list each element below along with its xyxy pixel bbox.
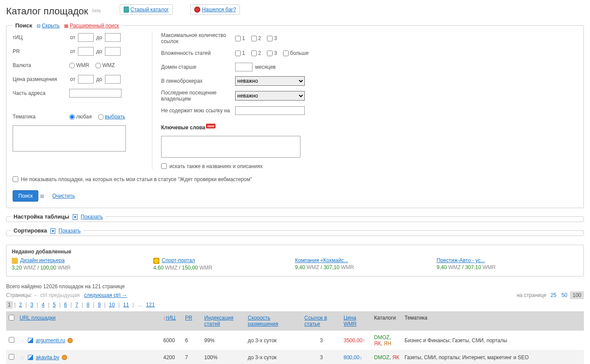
bug-report-button[interactable]: Нашелся баг?	[190, 4, 240, 15]
recent-item: Спорт-портал 4,60 WMZ / 150,00 WMR	[153, 257, 295, 271]
col-speed[interactable]: Скорость размещения	[248, 315, 278, 327]
recent-item-link[interactable]: Дизайн интерьера	[20, 257, 64, 263]
page-number[interactable]: 7	[74, 301, 80, 309]
linkbrokers-select[interactable]: неважно	[235, 76, 305, 86]
page-number[interactable]: 3	[29, 301, 35, 309]
nesting-2[interactable]: 2	[251, 50, 261, 56]
no-my-link-input[interactable]	[235, 106, 305, 115]
from-label: от	[69, 34, 76, 40]
recent-item-link[interactable]: Компания «Кохмайс...	[295, 257, 348, 263]
nesting-more[interactable]: больше	[283, 50, 309, 56]
max-links-label: Максимальное количество ссылок	[161, 32, 235, 44]
cell-speed: до 3-х суток	[245, 350, 302, 364]
search-also-checkbox[interactable]	[161, 163, 167, 169]
col-catalogs: Каталоги	[371, 311, 402, 331]
page-number[interactable]: 5	[51, 301, 57, 309]
cell-pr: 6	[182, 330, 202, 350]
site-url-link[interactable]: akavita.by	[36, 354, 59, 361]
pr-from-input[interactable]	[78, 47, 94, 56]
url-part-input[interactable]	[69, 89, 121, 98]
next-page[interactable]: следующая ctrl →	[84, 292, 127, 298]
nesting-label: Вложенность статей	[161, 50, 235, 56]
old-catalog-button[interactable]: Старый каталог	[120, 4, 173, 15]
col-url[interactable]: URL площадки	[20, 315, 56, 321]
tic-to-input[interactable]	[105, 33, 121, 42]
col-indexing[interactable]: Индексация статей	[204, 315, 233, 327]
currency-label: Валюта	[13, 62, 69, 68]
expand-icon[interactable]: ▾	[51, 228, 55, 234]
old-catalog-link[interactable]: Старый каталог	[131, 7, 169, 13]
bug-report-link[interactable]: Нашелся баг?	[202, 7, 236, 13]
advanced-icon: ▦	[64, 23, 68, 28]
currency-wmr-radio[interactable]: WMR	[69, 62, 89, 68]
months-label: месяцев	[254, 64, 276, 70]
sorting-show[interactable]: Показать	[58, 228, 81, 234]
recent-item-link[interactable]: Престиж-Авто - ус...	[437, 257, 485, 263]
tic-from-input[interactable]	[78, 33, 94, 42]
select-all-checkbox[interactable]	[9, 315, 14, 320]
domain-age-label: Домен старше	[161, 64, 235, 70]
collapse-icon: ⊟	[37, 23, 40, 28]
col-links[interactable]: Ссылок в статье	[304, 315, 327, 327]
page-number[interactable]: 4	[40, 301, 46, 309]
cell-catalogs: DMOZ, ЯК	[371, 350, 402, 364]
site-url-link[interactable]: argumenti.ru	[36, 337, 65, 344]
topic-any-radio[interactable]: любая	[69, 114, 92, 120]
table-settings-show[interactable]: Показать	[81, 214, 103, 220]
hide-pending-checkbox[interactable]	[13, 176, 18, 182]
recent-item: Компания «Кохмайс... 9,40 WMZ / 307,10 W…	[295, 257, 437, 271]
cell-topics: Газеты, СМИ, порталы; Интернет, маркетин…	[402, 350, 584, 364]
perpage-option[interactable]: 25	[550, 292, 556, 298]
star-icon[interactable]: ☆	[20, 337, 25, 344]
advanced-search-link[interactable]: Расширенный поиск	[70, 23, 119, 29]
pr-label: PR	[13, 48, 69, 54]
page-number[interactable]: 2	[17, 301, 24, 309]
nesting-3[interactable]: 3	[267, 50, 277, 56]
row-checkbox[interactable]	[9, 354, 14, 360]
price-to-input[interactable]	[105, 75, 121, 84]
col-price[interactable]: Цена WMR	[344, 315, 357, 327]
col-tic[interactable]: тИЦ	[165, 315, 175, 321]
linkbrokers-label: В линкоброкерах	[161, 78, 235, 84]
clear-link[interactable]: Очистить	[52, 193, 75, 199]
page-number[interactable]: 11	[121, 301, 131, 309]
keywords-textarea[interactable]	[161, 136, 300, 158]
catalog-tag: DMOZ	[374, 334, 389, 340]
star-icon[interactable]: ☆	[20, 354, 25, 361]
page-number[interactable]: 10	[107, 301, 116, 309]
price-from-input[interactable]	[78, 75, 94, 84]
hide-link[interactable]: Скрыть	[42, 23, 60, 29]
maxlinks-3[interactable]: 3	[267, 35, 277, 41]
external-link-icon[interactable]	[28, 355, 33, 360]
results-table: URL площадки ↕тИЦ PR Индексация статей С…	[6, 311, 584, 364]
page-number[interactable]: 121	[144, 301, 156, 309]
catalog-tag: DMOZ	[374, 354, 389, 361]
last-visit-label: Последнее посещение владельцем	[161, 90, 235, 102]
row-checkbox[interactable]	[9, 337, 14, 343]
perpage-option[interactable]: 50	[562, 292, 567, 298]
domain-age-input[interactable]	[235, 63, 253, 71]
search-button[interactable]: Поиск	[13, 190, 38, 202]
topic-textarea[interactable]	[13, 125, 126, 152]
currency-wmz-radio[interactable]: WMZ	[95, 62, 115, 68]
maxlinks-2[interactable]: 2	[251, 35, 261, 41]
nesting-1[interactable]: 1	[235, 50, 245, 56]
bug-icon	[194, 7, 200, 13]
col-pr[interactable]: PR	[185, 315, 192, 321]
medal-icon	[62, 355, 67, 360]
page-number[interactable]: 6	[62, 301, 69, 309]
topic-select-radio[interactable]: выбрать	[98, 114, 125, 120]
no-my-link-label: Не содержит мою ссылку на	[161, 108, 235, 114]
recent-item-link[interactable]: Спорт-портал	[162, 257, 195, 263]
external-link-icon[interactable]	[28, 338, 33, 343]
recent-item-price: 3,20 WMZ / 100,00 WMR	[12, 265, 153, 271]
sorting-fieldset: Сортировка ▾ Показать	[6, 227, 584, 236]
catalog-tag: ЯК	[374, 340, 381, 347]
last-visit-select[interactable]: неважно	[235, 91, 305, 101]
page-number[interactable]: 8	[85, 301, 91, 309]
cell-price: 800,00↓	[341, 350, 371, 364]
page-number[interactable]: 9	[96, 301, 103, 309]
maxlinks-1[interactable]: 1	[235, 35, 245, 41]
pr-to-input[interactable]	[105, 47, 121, 56]
expand-icon[interactable]: ▾	[73, 214, 78, 220]
